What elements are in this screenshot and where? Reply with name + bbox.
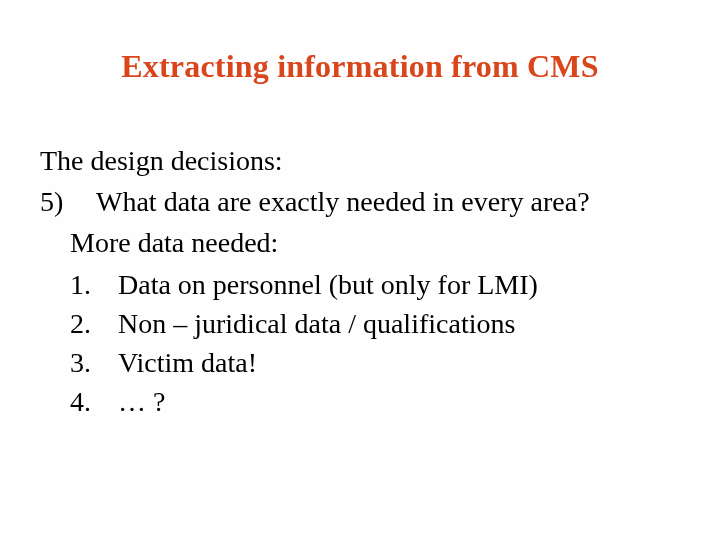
intro-line: The design decisions: bbox=[40, 141, 680, 180]
list-item: 2. Non – juridical data / qualifications bbox=[70, 304, 680, 343]
list-item: 3. Victim data! bbox=[70, 343, 680, 382]
list-item: 1. Data on personnel (but only for LMI) bbox=[70, 265, 680, 304]
slide-body: The design decisions: 5) What data are e… bbox=[40, 141, 680, 421]
list-item: 4. … ? bbox=[70, 382, 680, 421]
needed-list: 1. Data on personnel (but only for LMI) … bbox=[40, 265, 680, 422]
list-marker: 4. bbox=[70, 382, 118, 421]
list-text: Data on personnel (but only for LMI) bbox=[118, 265, 680, 304]
slide-title: Extracting information from CMS bbox=[40, 48, 680, 85]
list-text: Victim data! bbox=[118, 343, 680, 382]
list-text: … ? bbox=[118, 382, 680, 421]
sub-intro-line: More data needed: bbox=[40, 223, 680, 262]
question-marker: 5) bbox=[40, 182, 96, 221]
list-marker: 1. bbox=[70, 265, 118, 304]
question-text: What data are exactly needed in every ar… bbox=[96, 182, 680, 221]
list-marker: 3. bbox=[70, 343, 118, 382]
question-row: 5) What data are exactly needed in every… bbox=[40, 182, 680, 221]
list-marker: 2. bbox=[70, 304, 118, 343]
list-text: Non – juridical data / qualifications bbox=[118, 304, 680, 343]
